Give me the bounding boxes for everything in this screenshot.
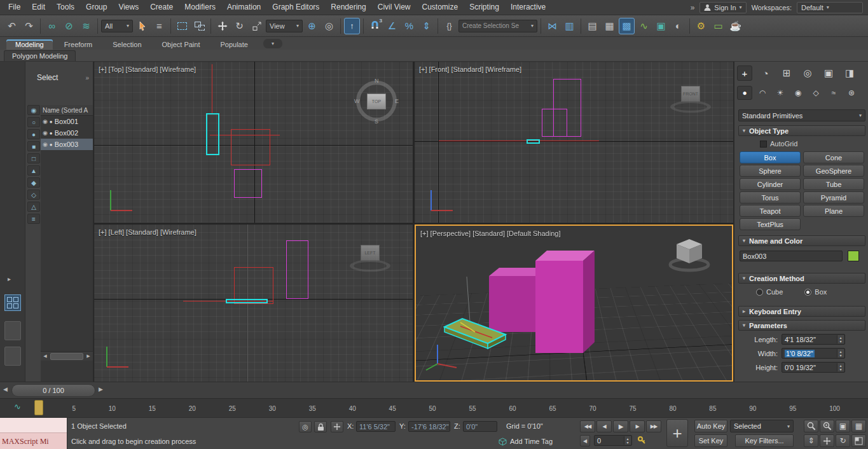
explorer-display-toggle-3[interactable]: ● bbox=[27, 129, 40, 139]
ribbon-panel-polygon-modeling[interactable]: Polygon Modeling bbox=[4, 50, 76, 61]
selection-lock-toggle[interactable] bbox=[314, 421, 327, 432]
autogrid-checkbox[interactable] bbox=[760, 141, 767, 148]
spinner-icon[interactable]: ▴▾ bbox=[837, 363, 844, 371]
viewport-top[interactable]: [+] [Top] [Standard] [Wireframe] N E S W… bbox=[94, 62, 413, 223]
z-coordinate-field[interactable]: 0'0" bbox=[463, 421, 497, 432]
explorer-display-toggle-10[interactable]: ≡ bbox=[27, 214, 40, 224]
toggle-scene-explorer-button[interactable]: ▤ bbox=[584, 18, 600, 34]
explorer-display-toggle-7[interactable]: ◆ bbox=[27, 177, 40, 188]
tab-utilities[interactable]: ◨ bbox=[842, 66, 857, 81]
box003-wireframe[interactable] bbox=[206, 113, 219, 155]
visibility-eye-icon[interactable]: ◉ bbox=[43, 118, 48, 125]
ribbon-tab-selection[interactable]: Selection bbox=[104, 39, 150, 50]
mirror-button[interactable]: ⋈ bbox=[544, 18, 560, 34]
rectangular-selection-region-button[interactable] bbox=[174, 18, 190, 34]
ribbon-tab-modeling[interactable]: Modeling bbox=[6, 39, 53, 50]
align-button[interactable]: ▥ bbox=[561, 18, 577, 34]
maximize-viewport-toggle[interactable] bbox=[851, 434, 866, 447]
width-field[interactable]: 1'0 8/32" ▴▾ bbox=[782, 348, 845, 359]
menu-file[interactable]: File bbox=[3, 0, 26, 15]
orbit-button[interactable]: ↻ bbox=[836, 434, 850, 447]
viewport-perspective-active[interactable]: [+] [Perspective] [Standard] [Default Sh… bbox=[415, 224, 733, 382]
select-by-name-button[interactable]: ≡ bbox=[151, 18, 167, 34]
scroll-right-icon[interactable]: ▶ bbox=[84, 352, 93, 361]
viewcube[interactable]: FRONT bbox=[669, 79, 712, 123]
primitive-button-box[interactable]: Box bbox=[740, 151, 801, 163]
x-coordinate-field[interactable]: 11'6 5/32" bbox=[356, 421, 396, 432]
category-geometry[interactable]: ● bbox=[737, 86, 752, 100]
primitive-button-pyramid[interactable]: Pyramid bbox=[803, 191, 864, 204]
render-production-button[interactable]: ☕ bbox=[727, 18, 743, 34]
viewport-top-label[interactable]: [+] [Top] [Standard] [Wireframe] bbox=[99, 66, 196, 73]
zoom-extents-button[interactable]: ▣ bbox=[836, 420, 850, 432]
name-column-header[interactable]: Name (Sorted A bbox=[41, 105, 93, 116]
toggle-ribbon-button[interactable]: ▩ bbox=[619, 18, 635, 34]
menu-tools[interactable]: Tools bbox=[51, 0, 80, 15]
time-back-icon[interactable]: ◀ bbox=[3, 386, 8, 392]
explorer-horizontal-scrollbar[interactable]: ◀ ▶ bbox=[41, 351, 93, 361]
scroll-left-icon[interactable]: ◀ bbox=[41, 352, 50, 361]
absolute-offset-toggle[interactable] bbox=[331, 421, 343, 432]
menu-graph-editors[interactable]: Graph Editors bbox=[266, 0, 325, 15]
rollout-parameters[interactable]: ▾ Parameters bbox=[738, 320, 865, 331]
toggle-layer-explorer-button[interactable]: ▦ bbox=[602, 18, 617, 34]
set-keys-button[interactable]: + bbox=[666, 419, 688, 447]
viewport-front-label[interactable]: [+] [Front] [Standard] [Wireframe] bbox=[419, 66, 521, 73]
visibility-eye-icon[interactable]: ◉ bbox=[43, 130, 48, 136]
explorer-display-toggle-4[interactable]: ■ bbox=[27, 141, 40, 151]
panel-expand-button[interactable]: ▸ bbox=[8, 275, 11, 282]
isolate-selection-button[interactable]: ◎ bbox=[299, 421, 312, 432]
rollout-object-type[interactable]: ▾ Object Type bbox=[738, 125, 865, 136]
menu-create[interactable]: Create bbox=[144, 0, 179, 15]
viewport-left[interactable]: [+] [Left] [Standard] [Wireframe] LEFT bbox=[94, 224, 413, 382]
select-and-scale-button[interactable] bbox=[249, 18, 265, 34]
select-object-button[interactable] bbox=[134, 18, 150, 34]
category-lights[interactable]: ☀ bbox=[773, 86, 788, 100]
category-helpers[interactable]: ◇ bbox=[808, 86, 823, 100]
tab-modify[interactable]: ◔ bbox=[758, 66, 773, 81]
pan-button[interactable] bbox=[820, 434, 834, 447]
viewport-layout-preset-1[interactable] bbox=[4, 321, 21, 340]
visibility-eye-icon[interactable]: ◉ bbox=[43, 141, 48, 148]
scene-explorer-collapse-icon[interactable]: » bbox=[85, 74, 89, 81]
primitive-button-tube[interactable]: Tube bbox=[803, 178, 864, 190]
undo-button[interactable]: ↶ bbox=[4, 18, 20, 34]
select-and-link-button[interactable]: ∞ bbox=[44, 18, 60, 34]
menu-rendering[interactable]: Rendering bbox=[325, 0, 371, 15]
viewport-layout-preset-2[interactable] bbox=[4, 347, 21, 366]
spinner-icon[interactable]: ▴▾ bbox=[624, 436, 631, 445]
workspaces-dropdown[interactable]: Default ▾ bbox=[797, 2, 863, 13]
angle-snap-toggle-button[interactable]: ∠ bbox=[384, 18, 400, 34]
ribbon-tab-populate[interactable]: Populate bbox=[211, 39, 256, 50]
schematic-view-button[interactable]: ▣ bbox=[653, 18, 669, 34]
viewcube-3d[interactable] bbox=[667, 235, 712, 273]
primitive-button-geosphere[interactable]: GeoSphere bbox=[803, 165, 864, 177]
play-button[interactable]: ▶ bbox=[613, 420, 628, 432]
curve-editor-button[interactable]: ∿ bbox=[636, 18, 652, 34]
snaps-toggle-button[interactable]: 3 bbox=[367, 18, 383, 34]
height-field[interactable]: 0'0 19/32" ▴▾ bbox=[782, 362, 845, 373]
keyboard-shortcut-override-button[interactable]: ↑ bbox=[344, 18, 360, 34]
key-mode-toggle[interactable]: ◀ bbox=[580, 435, 590, 446]
rendered-frame-window-button[interactable]: ▭ bbox=[710, 18, 726, 34]
go-to-start-button[interactable]: ◀◀ bbox=[580, 420, 595, 432]
box002-wireframe[interactable] bbox=[286, 240, 308, 299]
category-space-warps[interactable]: ≈ bbox=[826, 86, 841, 100]
menubar-overflow-icon[interactable]: » bbox=[691, 3, 695, 12]
list-item-box002[interactable]: ◉ ● Box002 bbox=[41, 127, 93, 139]
zoom-button[interactable] bbox=[804, 420, 818, 432]
primitive-button-torus[interactable]: Torus bbox=[740, 191, 801, 204]
key-mode-dropdown[interactable]: Selected ▾ bbox=[730, 420, 794, 432]
primitive-button-cylinder[interactable]: Cylinder bbox=[740, 178, 801, 190]
time-slider-handle[interactable]: 0 / 100 bbox=[11, 384, 95, 397]
zoom-extents-all-button[interactable]: ▦ bbox=[851, 420, 866, 432]
tab-motion[interactable]: ◎ bbox=[800, 66, 815, 81]
listener-line[interactable]: MAXScript Mi bbox=[0, 433, 67, 449]
set-key-button[interactable]: Set Key bbox=[694, 434, 727, 447]
scrollbar-thumb[interactable] bbox=[50, 353, 83, 360]
key-filters-button[interactable]: Key Filters... bbox=[735, 434, 794, 447]
menu-modifiers[interactable]: Modifiers bbox=[179, 0, 221, 15]
sign-in-dropdown[interactable]: Sign In ▾ bbox=[699, 2, 746, 13]
current-frame-marker[interactable] bbox=[34, 400, 43, 415]
y-coordinate-field[interactable]: -17'6 18/32" bbox=[408, 421, 450, 432]
